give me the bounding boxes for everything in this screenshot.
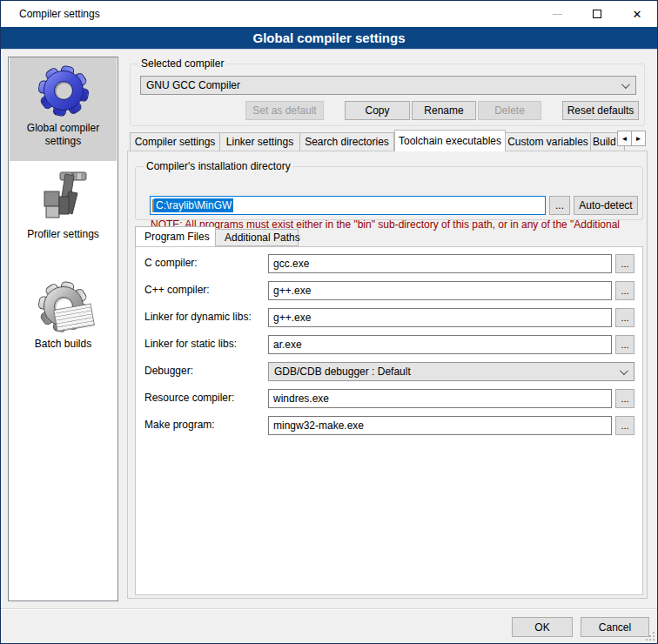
tab-toolchain-executables[interactable]: Toolchain executables [394,130,506,151]
debugger-select[interactable]: GDB/CDB debugger : Default [268,362,634,381]
field-row-dynamic-linker: Linker for dynamic libs: ... [136,308,642,327]
field-row-c-compiler: C compiler: ... [136,254,642,273]
toolchain-executables-page: Compiler's installation directory C:\ray… [127,151,648,599]
blue-gear-icon [36,63,91,118]
program-files-tabstrip: Program Files Additional Paths [135,226,299,246]
caliper-icon [36,169,91,225]
field-row-static-linker: Linker for static libs: ... [136,335,642,354]
sidebar-item-global-compiler-settings[interactable]: Global compiler settings [10,57,117,161]
field-label: Debugger: [144,365,193,377]
tab-custom-variables[interactable]: Custom variables [506,132,591,151]
browse-dynamic-linker-button[interactable]: ... [615,308,634,327]
installation-directory-input[interactable]: C:\raylib\MinGW [150,196,546,215]
dynamic-linker-input[interactable] [268,308,612,327]
browse-c-compiler-button[interactable]: ... [615,254,634,273]
chevron-down-icon [620,366,628,375]
page-title: Global compiler settings [252,30,405,45]
field-label: Linker for static libs: [144,338,237,350]
sidebar-item-label: Profiler settings [10,228,117,241]
selected-path-text: C:\raylib\MinGW [154,198,233,212]
sidebar-item-profiler-settings[interactable]: Profiler settings [10,164,117,258]
compiler-select-value: GNU GCC Compiler [146,79,240,91]
debugger-select-value: GDB/CDB debugger : Default [274,366,411,378]
arrow-left-icon: ◄ [621,135,628,143]
settings-category-list: Global compiler settings Profiler settin… [8,57,118,601]
resize-grip[interactable] [646,632,655,641]
tab-scroll-left-button[interactable]: ◄ [617,131,632,146]
field-row-debugger: Debugger: GDB/CDB debugger : Default [136,362,642,381]
footer-divider [1,608,657,610]
window-title: Compiler settings [19,1,100,27]
resource-compiler-input[interactable] [268,389,612,408]
sidebar-item-label: Batch builds [10,338,117,351]
field-label: Linker for dynamic libs: [144,311,252,323]
minimize-icon [553,14,562,15]
static-linker-input[interactable] [268,335,612,354]
close-button[interactable]: ✕ [617,1,657,27]
program-files-page: C compiler: ... C++ compiler: ... Linker… [135,246,643,595]
field-label: Resource compiler: [144,392,234,404]
maximize-icon [593,10,601,18]
ok-button[interactable]: OK [512,617,573,637]
tab-search-directories[interactable]: Search directories [300,132,394,151]
page-header: Global compiler settings [1,27,657,50]
reset-defaults-button[interactable]: Reset defaults [562,101,639,120]
maximize-button[interactable] [577,1,617,27]
browse-directory-button[interactable]: ... [549,196,570,215]
browse-resource-compiler-button[interactable]: ... [615,389,634,408]
main-tabstrip: Compiler settings Linker settings Search… [130,131,625,151]
field-row-make-program: Make program: ... [136,416,642,435]
tab-scroll-arrows: ◄ ► [618,131,646,146]
group-label: Selected compiler [138,57,226,70]
field-label: Make program: [144,419,215,431]
minimize-button[interactable] [537,1,577,27]
group-label: Compiler's installation directory [144,160,293,172]
tab-linker-settings[interactable]: Linker settings [220,132,300,151]
compiler-settings-dialog: Compiler settings ✕ Global compiler sett… [0,0,658,644]
sidebar-item-label: Global compiler settings [10,122,117,148]
compiler-select[interactable]: GNU GCC Compiler [140,76,636,95]
set-as-default-button[interactable]: Set as default [245,101,324,120]
tab-additional-paths[interactable]: Additional Paths [216,229,299,246]
make-program-input[interactable] [268,416,612,435]
tab-scroll-right-button[interactable]: ► [631,131,646,146]
tab-compiler-settings[interactable]: Compiler settings [130,132,220,151]
cpp-compiler-input[interactable] [268,281,612,300]
gray-gear-stack-icon [36,278,91,334]
field-row-resource-compiler: Resource compiler: ... [136,389,642,408]
c-compiler-input[interactable] [268,254,612,273]
chevron-down-icon [621,80,630,89]
sidebar-item-batch-builds[interactable]: Batch builds [10,273,117,367]
rename-button[interactable]: Rename [412,101,476,120]
close-icon: ✕ [633,9,642,20]
tab-program-files[interactable]: Program Files [135,226,216,246]
browse-cpp-compiler-button[interactable]: ... [615,281,634,300]
delete-button[interactable]: Delete [478,101,541,120]
field-row-cpp-compiler: C++ compiler: ... [136,281,642,300]
auto-detect-button[interactable]: Auto-detect [574,196,638,215]
browse-make-program-button[interactable]: ... [615,416,634,435]
field-label: C compiler: [144,257,198,269]
browse-static-linker-button[interactable]: ... [615,335,634,354]
field-label: C++ compiler: [144,284,210,296]
installation-directory-group: Compiler's installation directory C:\ray… [135,166,643,220]
arrow-right-icon: ► [635,135,642,143]
cancel-button[interactable]: Cancel [581,617,649,637]
copy-button[interactable]: Copy [345,101,410,120]
